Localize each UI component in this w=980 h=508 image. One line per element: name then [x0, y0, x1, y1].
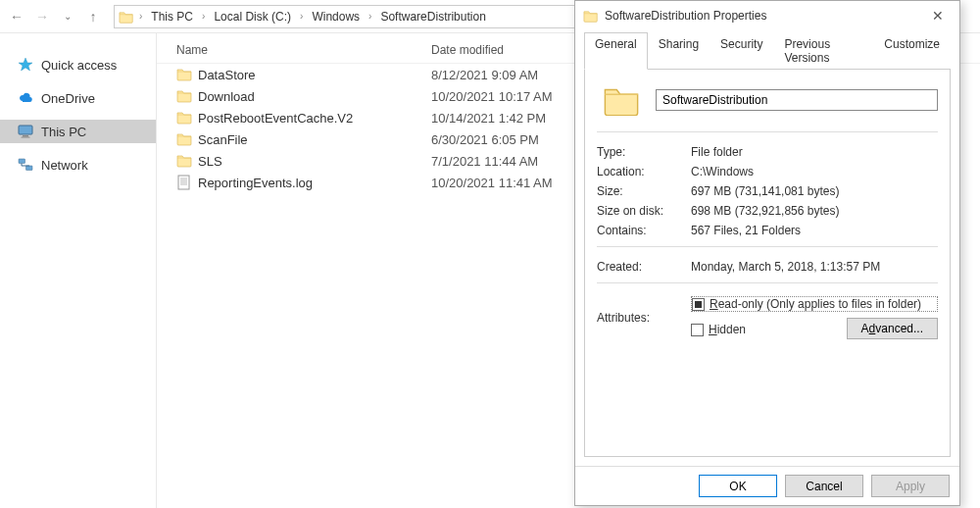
readonly-label: ead-only (Only applies to files in folde… [718, 297, 921, 311]
monitor-icon [18, 124, 33, 139]
cancel-button[interactable]: Cancel [785, 475, 863, 497]
file-date: 7/1/2021 11:44 AM [431, 154, 588, 169]
hidden-label: idden [717, 323, 746, 336]
cloud-icon [18, 90, 33, 106]
label-created: Created: [597, 260, 691, 274]
nav-recent-dropdown[interactable]: ⌄ [57, 6, 78, 27]
file-date: 10/14/2021 1:42 PM [431, 111, 588, 126]
file-name: DataStore [198, 68, 256, 82]
nav-forward-button[interactable]: → [31, 6, 53, 27]
sidebar-item-label: OneDrive [41, 91, 95, 106]
label-size: Size: [597, 184, 691, 198]
checkbox-icon [692, 298, 705, 311]
sidebar-item-label: This PC [41, 125, 86, 139]
sidebar-item-onedrive[interactable]: OneDrive [0, 86, 156, 110]
label-type: Type: [597, 145, 691, 159]
breadcrumb-item[interactable]: This PC [147, 8, 197, 25]
tab-customize[interactable]: Customize [873, 32, 951, 70]
file-name: ScanFile [198, 132, 248, 147]
sidebar: Quick access OneDrive This PC Network [0, 33, 157, 508]
folder-name-input[interactable] [656, 89, 938, 111]
chevron-right-icon: › [136, 11, 145, 22]
label-contains: Contains: [597, 224, 691, 237]
breadcrumb-item[interactable]: Windows [308, 8, 364, 25]
label-sizeondisk: Size on disk: [597, 204, 691, 218]
file-name: Download [198, 89, 255, 104]
breadcrumb[interactable]: › This PC › Local Disk (C:) › Windows › … [114, 5, 584, 28]
column-header-date[interactable]: Date modified [431, 43, 588, 57]
file-icon [176, 175, 192, 190]
tab-strip: General Sharing Security Previous Versio… [584, 31, 951, 70]
folder-icon [597, 82, 636, 118]
sidebar-item-label: Network [41, 158, 88, 173]
sidebar-item-network[interactable]: Network [0, 153, 156, 177]
nav-up-button[interactable]: ↑ [82, 6, 104, 27]
sidebar-item-this-pc[interactable]: This PC [0, 120, 156, 143]
readonly-checkbox[interactable]: Read-only (Only applies to files in fold… [691, 296, 938, 312]
file-date: 8/12/2021 9:09 AM [431, 68, 588, 82]
label-attributes: Attributes: [597, 311, 691, 325]
folder-icon [176, 67, 192, 82]
dialog-titlebar: SoftwareDistribution Properties ✕ [575, 1, 959, 30]
chevron-right-icon: › [366, 11, 374, 22]
network-icon [18, 157, 33, 173]
dialog-buttons: OK Cancel Apply [575, 466, 959, 505]
sidebar-item-label: Quick access [41, 58, 117, 73]
folder-icon [176, 131, 192, 147]
file-date: 10/20/2021 10:17 AM [431, 89, 588, 104]
tab-previous[interactable]: Previous Versions [773, 32, 873, 70]
folder-icon [176, 88, 192, 104]
star-icon [18, 57, 33, 73]
tab-general[interactable]: General [584, 32, 648, 70]
value-created: Monday, March 5, 2018, 1:13:57 PM [691, 260, 938, 274]
value-type: File folder [691, 145, 938, 159]
apply-button[interactable]: Apply [871, 475, 950, 497]
column-header-name[interactable]: Name [176, 43, 431, 57]
tab-panel-general: Type:File folder Location:C:\Windows Siz… [584, 69, 951, 457]
folder-icon [176, 110, 192, 126]
file-name: PostRebootEventCache.V2 [198, 111, 353, 126]
chevron-right-icon: › [297, 11, 306, 22]
file-name: SLS [198, 154, 222, 169]
file-date: 10/20/2021 11:41 AM [431, 176, 588, 190]
value-contains: 567 Files, 21 Folders [691, 224, 938, 237]
ok-button[interactable]: OK [699, 475, 777, 497]
dialog-title: SoftwareDistribution Properties [605, 9, 766, 23]
folder-icon [583, 9, 599, 23]
hidden-checkbox[interactable]: Hidden [691, 323, 746, 336]
checkbox-icon [691, 324, 704, 336]
folder-icon [176, 153, 192, 169]
value-sizeondisk: 698 MB (732,921,856 bytes) [691, 204, 938, 218]
tab-sharing[interactable]: Sharing [648, 32, 710, 70]
close-button[interactable]: ✕ [924, 8, 952, 24]
advanced-button[interactable]: Advanced... [847, 318, 938, 339]
properties-dialog: SoftwareDistribution Properties ✕ Genera… [574, 0, 960, 506]
value-size: 697 MB (731,141,081 bytes) [691, 184, 938, 198]
chevron-right-icon: › [199, 11, 208, 22]
tab-security[interactable]: Security [710, 32, 773, 70]
label-location: Location: [597, 165, 691, 178]
nav-back-button[interactable]: ← [6, 6, 27, 27]
sidebar-item-quick-access[interactable]: Quick access [0, 53, 156, 76]
value-location: C:\Windows [691, 165, 938, 178]
file-name: ReportingEvents.log [198, 176, 313, 190]
breadcrumb-item[interactable]: SoftwareDistribution [376, 8, 489, 25]
breadcrumb-item[interactable]: Local Disk (C:) [210, 8, 295, 25]
file-date: 6/30/2021 6:05 PM [431, 132, 588, 147]
folder-icon [119, 10, 134, 24]
